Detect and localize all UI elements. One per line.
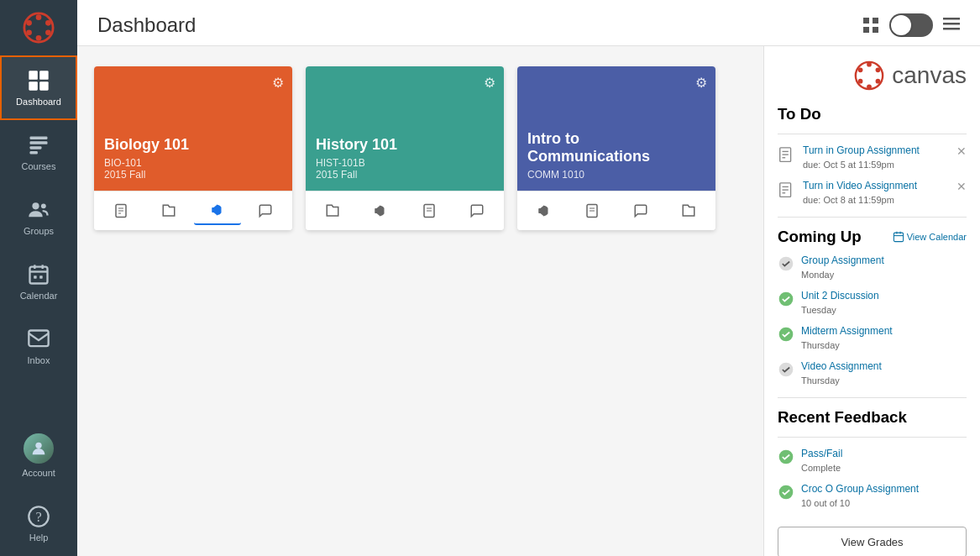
todo-link-0[interactable]: Turn in Group Assignment	[803, 144, 920, 156]
hamburger-icon	[943, 15, 960, 32]
card-announcements-icon-h[interactable]	[358, 197, 405, 225]
feedback-sub-1: 10 out of 10	[801, 498, 850, 508]
todo-item-1: Turn in Video Assignment due: Oct 8 at 1…	[778, 180, 967, 207]
feedback-divider2	[778, 437, 967, 438]
card-bottom-comm1010	[517, 191, 715, 230]
card-discussions-icon-h[interactable]	[454, 197, 501, 225]
avatar	[24, 433, 54, 464]
sidebar-item-inbox[interactable]: Inbox	[0, 314, 77, 379]
svg-rect-10	[39, 81, 48, 91]
coming-up-header: Coming Up View Calendar	[778, 228, 967, 246]
svg-rect-21	[34, 275, 37, 279]
coming-up-divider	[778, 217, 967, 218]
card-files-icon-h[interactable]	[309, 197, 356, 225]
view-toggle[interactable]	[889, 13, 933, 37]
coming-up-day-1: Tuesday	[801, 305, 836, 315]
card-files-icon[interactable]	[146, 197, 193, 225]
grid-icon	[862, 17, 879, 34]
todo-close-0[interactable]: ✕	[956, 144, 967, 158]
svg-rect-32	[943, 23, 960, 25]
svg-rect-22	[39, 275, 42, 279]
inbox-icon	[27, 328, 50, 351]
svg-rect-8	[39, 71, 48, 80]
card-settings-bio101[interactable]: ⚙	[272, 75, 284, 91]
coming-up-day-0: Monday	[801, 270, 834, 280]
card-assignments-icon-h[interactable]	[406, 197, 453, 225]
courses-icon	[27, 134, 50, 157]
todo-close-1[interactable]: ✕	[956, 180, 967, 193]
svg-rect-12	[30, 141, 48, 144]
sidebar-item-account[interactable]: Account	[0, 420, 77, 491]
coming-up-text-3: Video Assignment Thursday	[801, 360, 882, 387]
course-card-bio101: ⚙ Biology 101 BIO-101 2015 Fall	[94, 66, 292, 230]
canvas-brand-icon	[853, 60, 885, 92]
svg-point-49	[858, 79, 863, 84]
coming-up-link-3[interactable]: Video Assignment	[801, 360, 882, 372]
card-files-icon-c[interactable]	[666, 197, 713, 225]
coming-up-check-1	[778, 291, 794, 307]
coming-up-day-3: Thursday	[801, 375, 840, 386]
card-settings-comm1010[interactable]: ⚙	[695, 75, 707, 91]
svg-point-48	[867, 84, 872, 89]
card-course-name-bio101: Biology 101	[104, 136, 282, 155]
cards-grid: ⚙ Biology 101 BIO-101 2015 Fall	[94, 66, 747, 230]
feedback-check-1	[778, 484, 794, 501]
svg-rect-28	[873, 18, 878, 24]
feedback-link-1[interactable]: Croc O Group Assignment	[801, 483, 919, 495]
svg-point-5	[26, 29, 32, 35]
svg-rect-33	[943, 28, 960, 30]
svg-rect-27	[863, 18, 869, 24]
coming-up-item-3: Video Assignment Thursday	[778, 360, 967, 387]
card-discussions-icon-c[interactable]	[617, 197, 664, 225]
feedback-link-0[interactable]: Pass/Fail	[801, 448, 842, 459]
feedback-divider	[778, 397, 967, 398]
coming-up-check-2	[778, 326, 794, 343]
course-card-hist101: ⚙ History 101 HIST-101B 2015 Fall	[306, 66, 504, 230]
card-settings-hist101[interactable]: ⚙	[484, 75, 495, 91]
card-assignments-icon[interactable]	[97, 197, 144, 225]
todo-link-1[interactable]: Turn in Video Assignment	[803, 180, 917, 191]
svg-point-6	[26, 20, 32, 26]
coming-up-check-0	[778, 255, 794, 272]
coming-up-link-0[interactable]: Group Assignment	[801, 254, 884, 266]
view-grades-button[interactable]: View Grades	[778, 527, 967, 556]
coming-up-link-2[interactable]: Midterm Assignment	[801, 325, 893, 337]
svg-point-2	[45, 20, 51, 26]
view-calendar-link[interactable]: View Calendar	[893, 231, 967, 243]
svg-point-4	[36, 35, 42, 41]
card-discussions-icon[interactable]	[243, 197, 290, 225]
calendar-icon	[27, 263, 50, 286]
svg-point-16	[41, 203, 46, 208]
svg-rect-23	[29, 331, 48, 347]
card-course-name-comm1010: Intro to Communications	[527, 130, 705, 166]
sidebar-item-help[interactable]: ? Help	[0, 491, 77, 556]
coming-up-text-1: Unit 2 Discussion Tuesday	[801, 290, 879, 317]
card-assignments-icon-c[interactable]	[569, 197, 616, 225]
coming-up-check-3	[778, 361, 794, 378]
svg-point-45	[867, 62, 872, 67]
coming-up-link-1[interactable]: Unit 2 Discussion	[801, 290, 879, 302]
help-icon: ?	[27, 505, 50, 528]
coming-up-heading: Coming Up	[778, 228, 862, 246]
dashboard-body: ⚙ Biology 101 BIO-101 2015 Fall	[77, 46, 980, 556]
card-top-hist101: ⚙ History 101 HIST-101B 2015 Fall	[306, 66, 504, 191]
svg-point-15	[32, 202, 39, 209]
svg-text:?: ?	[35, 509, 41, 525]
svg-rect-59	[894, 233, 903, 242]
avatar-icon	[29, 439, 48, 458]
card-announcements-icon-c[interactable]	[521, 197, 568, 225]
card-announcements-icon[interactable]	[194, 197, 241, 225]
sidebar-item-courses[interactable]: Courses	[0, 120, 77, 185]
sidebar-item-calendar[interactable]: Calendar	[0, 249, 77, 314]
feedback-heading: Recent Feedback	[778, 408, 967, 427]
card-top-bio101: ⚙ Biology 101 BIO-101 2015 Fall	[94, 66, 292, 191]
todo-assignment-icon-1	[778, 181, 796, 200]
todo-due-0: due: Oct 5 at 11:59pm	[803, 160, 894, 170]
menu-button[interactable]	[943, 15, 960, 36]
sidebar-item-groups[interactable]: Groups	[0, 185, 77, 249]
sidebar-item-dashboard[interactable]: Dashboard	[0, 55, 77, 120]
canvas-logo-icon	[23, 12, 55, 44]
svg-point-47	[876, 79, 881, 84]
course-card-comm1010: ⚙ Intro to Communications COMM 1010	[517, 66, 715, 230]
grid-view-button[interactable]	[862, 17, 879, 34]
